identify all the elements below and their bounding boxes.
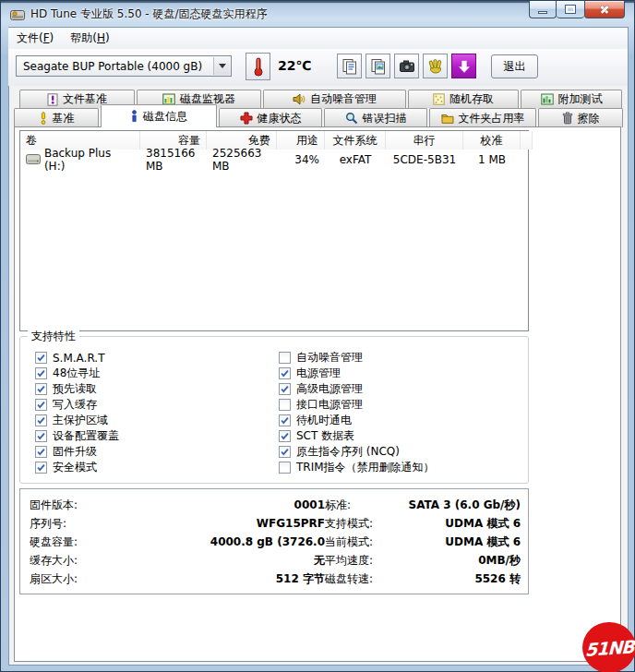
checkbox[interactable] (35, 399, 47, 411)
menu-file[interactable]: 文件(F) (8, 27, 62, 50)
menu-help[interactable]: 帮助(H) (62, 27, 117, 50)
tab-benchmark[interactable]: 基准 (14, 108, 99, 127)
feature-power-up-standby[interactable]: 待机时通电 (279, 414, 435, 426)
feature-interface-power[interactable]: 接口电源管理 (279, 399, 435, 411)
feature-smart[interactable]: S.M.A.R.T (35, 352, 119, 364)
col-usage[interactable]: 用途 (277, 131, 325, 150)
info-average-speed: 平均速度:0MB/秒 (325, 551, 521, 570)
info-active-mode: 当前模式:UDMA 模式 6 (325, 533, 521, 551)
app-window: HD Tune 专业版 5.50 - 硬盘/固态硬盘实用程序 文件(F) 帮助(… (0, 0, 635, 672)
info-right-column: 标准:SATA 3 (6.0 Gb/秒) 支持模式:UDMA 模式 6 当前模式… (325, 496, 521, 588)
feature-firmware-upgrade[interactable]: 固件升级 (35, 446, 119, 458)
checkbox[interactable] (279, 414, 291, 426)
close-button[interactable] (584, 1, 625, 18)
feature-dco[interactable]: 设备配置覆盖 (35, 430, 119, 442)
minimize-button[interactable] (529, 1, 557, 18)
benchmark-icon (39, 112, 48, 125)
checkbox[interactable] (279, 430, 291, 442)
info-rotation-speed: 磁盘转速:5526 转 (325, 570, 521, 588)
exit-button[interactable]: 退出 (491, 54, 538, 78)
info-icon (130, 110, 138, 123)
checkbox[interactable] (279, 367, 291, 379)
volume-free: 2525663 MB (207, 150, 277, 169)
title-bar: HD Tune 专业版 5.50 - 硬盘/固态硬盘实用程序 (1, 1, 634, 27)
thermometer-icon (253, 56, 264, 77)
tab-row-primary: 基准 磁盘信息 健康状态 错误扫描 文件夹占用率 擦除 (14, 108, 625, 127)
app-icon (10, 9, 25, 21)
tab-auto-acoustic[interactable]: 自动噪音管理 (263, 90, 406, 108)
window-controls (529, 1, 625, 18)
folder-icon (441, 113, 454, 124)
checkbox[interactable] (279, 383, 291, 395)
volume-list-panel: 卷 容量 免费 用途 文件系统 串行 校准 Backup Plus (H:) 3… (19, 130, 529, 331)
tab-erase[interactable]: 擦除 (538, 108, 623, 127)
col-filesystem[interactable]: 文件系统 (325, 131, 386, 150)
copy-image-icon (370, 58, 387, 75)
copy-image-button[interactable] (365, 54, 390, 78)
dropdown-arrow-zone[interactable] (213, 57, 230, 75)
feature-power-mgmt[interactable]: 电源管理 (279, 367, 435, 379)
drive-select-dropdown[interactable]: Seagate BUP Portable (4000 gB) (16, 55, 232, 77)
info-serial: 序列号:WFG15PRF (30, 514, 325, 533)
checkbox[interactable] (279, 399, 291, 411)
tab-folder-usage[interactable]: 文件夹占用率 (429, 108, 536, 127)
download-button[interactable] (451, 54, 476, 78)
maximize-icon (566, 6, 575, 13)
feature-write-cache[interactable]: 写入缓存 (35, 399, 119, 411)
trash-icon (562, 112, 573, 125)
random-access-icon (433, 93, 445, 105)
checkbox[interactable] (35, 430, 47, 442)
checkbox[interactable] (279, 462, 291, 474)
drive-info-panel: 固件版本:0001 序列号:WFG15PRF 硬盘容量:4000.8 gB (3… (19, 488, 529, 594)
copy-text-icon (341, 58, 358, 75)
toolbar: Seagate BUP Portable (4000 gB) 22℃ (8, 49, 628, 86)
checkbox[interactable] (35, 462, 47, 474)
checkbox[interactable] (35, 446, 47, 458)
feature-apm[interactable]: 高级电源管理 (279, 383, 435, 395)
col-cluster[interactable]: 校准 (463, 131, 521, 150)
volume-name: Backup Plus (H:) (44, 147, 135, 173)
checkbox[interactable] (35, 367, 47, 379)
tab-extra-tests[interactable]: 附加测试 (521, 90, 622, 108)
volume-capacity: 3815166 MB (140, 150, 207, 169)
volume-cluster: 1 MB (463, 150, 521, 169)
maximize-button[interactable] (557, 1, 584, 18)
feature-aam[interactable]: 自动噪音管理 (279, 352, 435, 364)
donate-button[interactable] (423, 54, 448, 78)
table-row[interactable]: Backup Plus (H:) 3815166 MB 2525663 MB 3… (20, 150, 528, 169)
health-cross-icon (240, 112, 253, 125)
features-right-column: 自动噪音管理 电源管理 高级电源管理 接口电源管理 待机时通电 SCT 数据表 … (279, 352, 435, 477)
tab-disk-info[interactable]: 磁盘信息 (101, 104, 217, 127)
feature-read-lookahead[interactable]: 预先读取 (35, 383, 119, 395)
info-capacity: 硬盘容量:4000.8 gB (3726.0 (30, 533, 325, 551)
extra-tests-icon (541, 93, 554, 105)
drive-icon (26, 154, 41, 164)
feature-security-mode[interactable]: 安全模式 (35, 462, 119, 474)
minimize-icon (538, 11, 547, 14)
feature-hpa[interactable]: 主保护区域 (35, 414, 119, 426)
hand-icon (427, 58, 444, 75)
chevron-down-icon (219, 64, 226, 68)
checkbox[interactable] (279, 446, 291, 458)
copy-text-button[interactable] (337, 54, 362, 78)
info-sector: 扇区大小:512 字节 (30, 570, 325, 588)
col-serial[interactable]: 串行 (386, 131, 463, 150)
tab-error-scan[interactable]: 错误扫描 (324, 108, 427, 127)
features-left-column: S.M.A.R.T 48位寻址 预先读取 写入缓存 主保护区域 设备配置覆盖 固… (35, 352, 119, 477)
checkbox[interactable] (35, 414, 47, 426)
feature-48bit[interactable]: 48位寻址 (35, 367, 119, 379)
feature-ncq[interactable]: 原生指令序列 (NCQ) (279, 446, 435, 458)
tab-random-access[interactable]: 随机存取 (408, 90, 519, 108)
temperature-button[interactable] (246, 53, 270, 80)
feature-trim[interactable]: TRIM指令（禁用删除通知） (279, 462, 435, 474)
checkbox[interactable] (279, 352, 291, 364)
screenshot-button[interactable] (394, 54, 419, 78)
feature-sct[interactable]: SCT 数据表 (279, 430, 435, 442)
features-title: 支持特性 (28, 329, 79, 344)
file-benchmark-icon (47, 93, 58, 106)
checkbox[interactable] (35, 383, 47, 395)
tab-health[interactable]: 健康状态 (219, 108, 322, 127)
checkbox[interactable] (35, 352, 47, 364)
download-arrow-icon (456, 58, 473, 75)
drive-select-value: Seagate BUP Portable (4000 gB) (23, 60, 202, 73)
